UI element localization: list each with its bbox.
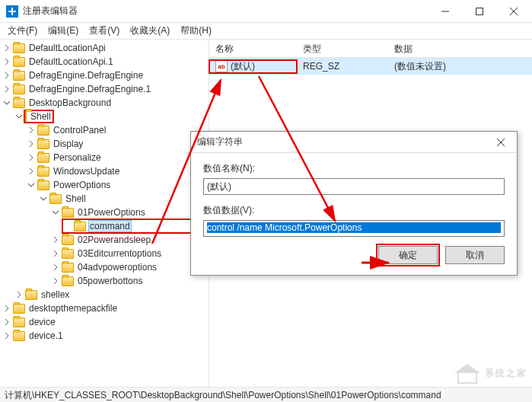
- registry-tree: DefaultLocationApi DefaultLocationApi.1 …: [0, 41, 209, 343]
- tree-item[interactable]: shellex: [40, 289, 71, 300]
- chevron-right-icon[interactable]: [2, 303, 12, 314]
- edit-string-dialog: 编辑字符串 数值名称(N): (默认) 数值数据(V): control /na…: [190, 131, 518, 276]
- minimize-button[interactable]: [428, 1, 462, 22]
- app-icon: [6, 5, 18, 18]
- menu-file[interactable]: 文件(F): [3, 23, 42, 39]
- dialog-close-button[interactable]: [491, 135, 511, 150]
- folder-icon: [37, 139, 49, 149]
- ok-button[interactable]: 确定: [378, 246, 438, 264]
- chevron-down-icon[interactable]: [50, 207, 61, 218]
- tree-item[interactable]: 02Powerandsleep: [76, 234, 152, 245]
- folder-icon: [13, 71, 25, 81]
- tree-pane[interactable]: DefaultLocationApi DefaultLocationApi.1 …: [0, 40, 209, 387]
- value-name-cell: ab (默认): [209, 60, 297, 73]
- tree-item[interactable]: DefragEngine.DefragEngine: [27, 70, 145, 81]
- folder-icon: [62, 235, 74, 245]
- folder-icon: [37, 126, 49, 136]
- value-data: (数值未设置): [388, 60, 532, 73]
- watermark-text: 系统之家: [485, 367, 527, 380]
- list-row-default[interactable]: ab (默认) REG_SZ (数值未设置): [209, 58, 532, 75]
- column-name[interactable]: 名称: [209, 40, 297, 57]
- chevron-down-icon[interactable]: [14, 111, 24, 122]
- tree-item[interactable]: DefaultLocationApi.1: [27, 56, 115, 67]
- tree-item[interactable]: 05powerbottons: [76, 276, 144, 286]
- folder-icon: [49, 194, 62, 204]
- folder-icon: [62, 208, 74, 218]
- chevron-right-icon[interactable]: [2, 84, 12, 94]
- folder-icon: [13, 57, 25, 67]
- value-name-text: (默认): [207, 181, 231, 192]
- folder-icon: [62, 276, 74, 286]
- chevron-right-icon[interactable]: [2, 43, 12, 53]
- chevron-right-icon[interactable]: [50, 276, 61, 286]
- dialog-buttons: 确定 取消: [203, 246, 505, 264]
- tree-item-shell[interactable]: Shell: [64, 193, 88, 204]
- chevron-right-icon[interactable]: [2, 70, 12, 81]
- list-header: 名称 类型 数据: [209, 40, 532, 58]
- tree-item[interactable]: Personalize: [52, 152, 103, 163]
- dialog-body: 数值名称(N): (默认) 数值数据(V): control /name Mic…: [191, 153, 517, 275]
- menu-help[interactable]: 帮助(H): [176, 23, 216, 39]
- folder-icon: [62, 249, 74, 259]
- menu-view[interactable]: 查看(V): [84, 23, 124, 39]
- value-name-field[interactable]: (默认): [203, 178, 505, 195]
- close-button[interactable]: [496, 1, 530, 22]
- chevron-right-icon[interactable]: [2, 56, 12, 67]
- folder-icon: [13, 98, 25, 108]
- chevron-right-icon[interactable]: [50, 262, 61, 273]
- column-data[interactable]: 数据: [388, 40, 532, 57]
- tree-item-01poweroptions[interactable]: 01PowerOptions: [76, 207, 147, 218]
- window-controls: [428, 1, 530, 22]
- tree-item[interactable]: WindowsUpdate: [52, 166, 121, 177]
- value-data-field[interactable]: control /name Microsoft.PowerOptions: [203, 220, 505, 237]
- tree-item[interactable]: desktopthemepackfile: [27, 303, 119, 314]
- tree-item[interactable]: DefaultLocationApi: [27, 43, 107, 53]
- tree-item[interactable]: 03Editcurrentoptions: [76, 248, 163, 259]
- chevron-right-icon[interactable]: [50, 248, 61, 259]
- chevron-right-icon[interactable]: [2, 317, 12, 327]
- tree-item[interactable]: ControlPanel: [52, 125, 107, 136]
- menu-favorites[interactable]: 收藏夹(A): [126, 23, 174, 39]
- value-name-label: 数值名称(N):: [203, 162, 505, 175]
- folder-icon: [74, 222, 86, 231]
- folder-icon: [13, 331, 25, 341]
- svg-rect-1: [476, 8, 483, 14]
- chevron-right-icon[interactable]: [14, 289, 24, 300]
- folder-icon: [37, 153, 49, 163]
- dialog-titlebar[interactable]: 编辑字符串: [191, 132, 517, 153]
- tree-item-poweroptions[interactable]: PowerOptions: [52, 180, 112, 190]
- value-type: REG_SZ: [297, 61, 388, 72]
- folder-icon: [25, 110, 27, 123]
- menubar: 文件(F) 编辑(E) 查看(V) 收藏夹(A) 帮助(H): [0, 23, 532, 40]
- tree-item[interactable]: 04advpoweroptions: [76, 262, 158, 273]
- chevron-down-icon[interactable]: [38, 193, 49, 204]
- chevron-right-icon[interactable]: [50, 234, 61, 245]
- chevron-right-icon[interactable]: [26, 125, 37, 136]
- chevron-down-icon[interactable]: [2, 97, 12, 108]
- house-icon: [454, 362, 480, 384]
- dialog-title: 编辑字符串: [197, 136, 491, 148]
- watermark: 系统之家: [454, 362, 527, 384]
- chevron-right-icon[interactable]: [26, 139, 37, 149]
- menu-edit[interactable]: 编辑(E): [43, 23, 83, 39]
- chevron-right-icon[interactable]: [2, 330, 12, 341]
- tree-item-shell[interactable]: Shell: [29, 111, 53, 122]
- chevron-down-icon[interactable]: [26, 180, 37, 190]
- chevron-right-icon[interactable]: [26, 166, 37, 177]
- cancel-button[interactable]: 取消: [445, 246, 505, 264]
- tree-item[interactable]: device.1: [27, 330, 65, 341]
- chevron-right-icon[interactable]: [26, 152, 37, 163]
- list-body: ab (默认) REG_SZ (数值未设置): [209, 58, 532, 75]
- tree-item-desktopbackground[interactable]: DesktopBackground: [27, 97, 113, 108]
- tree-item-command[interactable]: command: [88, 220, 132, 232]
- value-data-label: 数值数据(V):: [203, 204, 505, 217]
- tree-item[interactable]: device: [27, 317, 57, 327]
- folder-icon: [62, 263, 74, 273]
- tree-item[interactable]: DefragEngine.DefragEngine.1: [27, 84, 152, 94]
- tree-item[interactable]: Display: [52, 139, 84, 149]
- column-type[interactable]: 类型: [297, 40, 388, 57]
- maximize-button[interactable]: [462, 1, 496, 22]
- folder-icon: [25, 290, 37, 300]
- string-value-icon: ab: [215, 60, 228, 72]
- blank-icon: [62, 221, 73, 231]
